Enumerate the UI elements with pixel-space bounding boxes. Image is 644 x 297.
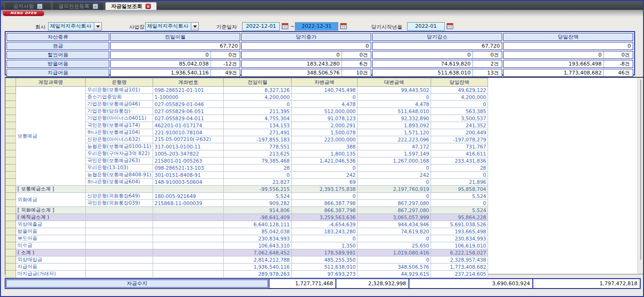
row-marker[interactable] xyxy=(6,256,16,264)
detail-row[interactable]: [ 외화예금소계 ]914,806866,387,798867,297,0805… xyxy=(6,207,488,214)
tab-2[interactable]: 결의전표등록× xyxy=(52,2,104,10)
row-marker[interactable] xyxy=(6,242,16,249)
calendar-icon[interactable] xyxy=(340,23,347,29)
row-marker[interactable] xyxy=(6,214,16,221)
amount-cell: 511,648,010 xyxy=(358,108,431,115)
row-marker[interactable] xyxy=(6,101,16,108)
amount-cell: 0 xyxy=(224,101,292,108)
summary-count: 10건 xyxy=(342,69,371,76)
summary-amount: 511,638,010 xyxy=(373,70,473,76)
detail-grid: 계정과목명은행명계좌번호전일이월차변금액대변금액당일잔액보통예금우리은행(보통예… xyxy=(5,77,644,274)
detail-row[interactable]: 부도어음230,834,99300230,834,993 xyxy=(6,235,488,242)
row-marker[interactable] xyxy=(6,87,16,94)
row-marker[interactable] xyxy=(6,221,16,228)
row-marker[interactable] xyxy=(6,157,16,165)
detail-row[interactable]: 미수금106,643,3101,35025,650106,619,010 xyxy=(6,242,488,249)
row-marker[interactable] xyxy=(6,200,16,207)
summary-row[interactable]: 받을어음85,042,038-12건183,243,2806건74,619,82… xyxy=(7,60,633,68)
summary-row[interactable]: 할인어음00건00건00건00건 xyxy=(7,51,633,59)
detail-row[interactable]: 받을어음85,042,038183,243,28074,619,820193,6… xyxy=(6,228,488,235)
summary-count: 0건 xyxy=(211,51,240,58)
detail-row[interactable]: ( 소계 )7,062,648,452178,589,9911,019,080,… xyxy=(6,249,488,256)
amount-cell: -4,654,639 xyxy=(292,221,358,228)
amount-cell: 2,197,760,919 xyxy=(358,186,431,193)
summary-amount: 0 xyxy=(504,52,603,58)
account-number xyxy=(153,264,224,271)
account-number: 221-910010-78104 xyxy=(153,129,224,136)
account-number: 098-286521-01-101 xyxy=(153,87,224,94)
row-marker[interactable] xyxy=(6,150,16,157)
row-marker[interactable] xyxy=(6,179,16,186)
summary-header-cell: 당일잔액 xyxy=(503,33,633,41)
chevron-down-icon[interactable] xyxy=(191,23,198,30)
amount-cell: 140,745,498 xyxy=(292,87,358,94)
account-number xyxy=(153,271,224,278)
detail-row[interactable]: [ 보통예금소계 ]-99,556,2152,393,175,8382,197,… xyxy=(6,186,488,193)
company-value: 제일저지주식회사 xyxy=(49,23,94,30)
tab-close-icon[interactable]: × xyxy=(37,4,42,9)
row-marker[interactable] xyxy=(6,271,16,278)
row-marker[interactable] xyxy=(6,143,16,150)
row-marker[interactable] xyxy=(6,122,16,129)
chevron-down-icon[interactable] xyxy=(94,23,101,30)
tab-close-icon[interactable]: × xyxy=(146,4,151,9)
detail-row[interactable]: 외화예금신한은행(외화통장649)180-005-9216495,524005,… xyxy=(6,193,488,200)
site-select[interactable]: 제일저지주식회사 xyxy=(145,22,199,31)
row-marker[interactable] xyxy=(6,94,16,101)
summary-body: 자산종류전일이월당기증가당기감소당일잔액현금67,720067,7200할인어음… xyxy=(7,33,633,77)
account-number: 148-910003-50604 xyxy=(153,179,224,186)
detail-row[interactable]: 미지급금(거래처)289,978,26397,693,27344,929,615… xyxy=(6,271,488,278)
amount-cell: 85,042,038 xyxy=(224,228,292,235)
amount-cell: 909,282 xyxy=(224,200,292,207)
row-marker[interactable] xyxy=(6,108,16,115)
row-marker[interactable] xyxy=(6,207,16,214)
row-marker[interactable] xyxy=(6,186,16,193)
amount-cell: 4,478 xyxy=(358,101,431,108)
company-select[interactable]: 제일저지주식회사 xyxy=(48,22,102,31)
detail-header-cell xyxy=(6,78,16,87)
bank-name: 신한은행(외화통장649) xyxy=(86,193,153,200)
row-marker[interactable] xyxy=(6,264,16,271)
date-from-input[interactable]: 2022-12-01 xyxy=(242,22,280,31)
detail-header-cell: 전일이월 xyxy=(224,78,292,87)
summary-row[interactable]: 현금67,720067,7200 xyxy=(7,42,633,50)
vertical-scrollbar[interactable] xyxy=(637,78,643,274)
row-marker[interactable] xyxy=(6,165,16,172)
tab-close-icon[interactable]: × xyxy=(93,4,98,9)
row-marker[interactable] xyxy=(6,172,16,179)
row-marker[interactable] xyxy=(6,235,16,242)
summary-row[interactable]: 지급어음1,936,540,11649건348,506,57610건511,63… xyxy=(7,69,633,77)
detail-row[interactable]: 외상매출금6,640,128,111-4,654,639944,434,9465… xyxy=(6,221,488,228)
footer-amount: 2,328,932,998 xyxy=(336,278,409,289)
row-label: ( 예적금소계 ) xyxy=(16,214,86,221)
detail-row[interactable]: 보통예금우리은행(보통예금101)098-286521-01-1018,327,… xyxy=(6,87,488,94)
calendar-icon[interactable] xyxy=(447,23,453,29)
account-number: 1-100000 xyxy=(153,94,224,101)
detail-row[interactable]: 외상매입금2,814,212,788485,255,35002,328,957,… xyxy=(6,256,488,264)
amount-cell: 21,827 xyxy=(224,179,292,186)
period-start-input[interactable]: 2022-01 xyxy=(407,22,445,31)
row-marker[interactable] xyxy=(6,228,16,235)
amount-cell: 388 xyxy=(292,143,358,150)
footer-amount: 3,690,603,924 xyxy=(409,278,533,289)
row-marker[interactable] xyxy=(6,115,16,122)
account-number: 317-0013-0100-11 xyxy=(153,143,224,150)
row-marker[interactable] xyxy=(6,193,16,200)
row-marker[interactable] xyxy=(6,129,16,136)
menu-open-button[interactable]: MENU OPEN xyxy=(3,11,44,16)
date-to-input[interactable]: 2022-12-31 xyxy=(295,22,338,31)
tab-3[interactable]: 자금일보조회× xyxy=(105,2,157,10)
tab-1[interactable]: 공지사항× xyxy=(4,2,51,10)
amount-cell: 6,640,128,111 xyxy=(224,221,292,228)
row-marker[interactable] xyxy=(6,249,16,256)
row-marker[interactable] xyxy=(6,136,16,143)
detail-row[interactable]: 지급어음1,936,540,116511,638,010348,506,5761… xyxy=(6,264,488,271)
detail-row[interactable]: ( 예적금소계 )-98,641,4093,259,563,6363,065,0… xyxy=(6,214,488,221)
summary-header-cell: 당기증가 xyxy=(241,33,371,41)
detail-header-cell: 당일잔액 xyxy=(431,78,488,87)
amount-cell: 2,393,175,838 xyxy=(292,186,358,193)
calendar-icon[interactable] xyxy=(282,23,288,29)
account-number: 462201-01-017174 xyxy=(153,122,224,129)
footer-amount: 1,727,771,468 xyxy=(269,278,336,289)
amount-cell: 242 xyxy=(292,172,358,179)
